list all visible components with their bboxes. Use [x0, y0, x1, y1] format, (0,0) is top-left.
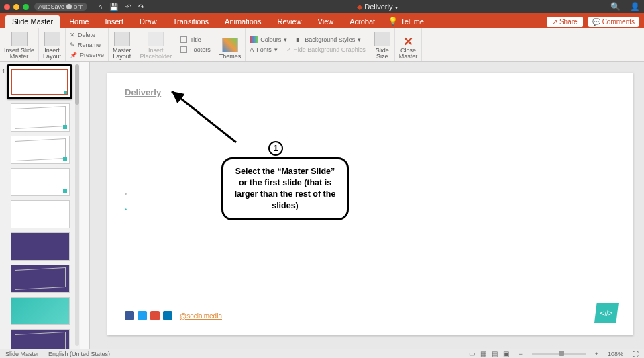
zoom-out-button[interactable]: −: [519, 351, 522, 357]
normal-view-icon[interactable]: ▭: [469, 350, 475, 357]
tab-draw[interactable]: Draw: [133, 15, 164, 28]
layout-thumbnail[interactable]: [11, 103, 70, 132]
home-icon[interactable]: ⌂: [98, 3, 103, 11]
window-titlebar: AutoSave OFF ⌂ 💾 ↶ ↷ ◆ Deliverly ▾ 🔍 👤: [0, 0, 644, 13]
slide-size-button[interactable]: Slide Size: [370, 28, 395, 61]
chevron-down-icon: ▾: [284, 36, 287, 43]
slide-thumbnails-panel: 1: [0, 62, 80, 349]
preserve-button[interactable]: 📌Preserve: [70, 50, 104, 60]
undo-icon[interactable]: ↶: [125, 3, 131, 11]
workspace: 1 Deliverly •• @socialmedia <: [0, 62, 644, 349]
layout-thumbnail[interactable]: [11, 329, 70, 349]
themes-button[interactable]: Themes: [215, 28, 246, 61]
placeholder-toggles: Title Footers: [176, 28, 215, 61]
slide-size-icon: [374, 32, 390, 46]
google-icon: [150, 311, 160, 320]
logo-mark: <#>: [594, 303, 619, 323]
layout-thumbnail[interactable]: [11, 200, 70, 228]
slide-master-icon: [11, 32, 28, 46]
slide-canvas[interactable]: Deliverly •• @socialmedia <#> 1 Select t…: [107, 73, 633, 335]
minimize-window-icon[interactable]: [13, 4, 19, 10]
zoom-in-button[interactable]: +: [595, 351, 598, 357]
delete-icon: ✕: [70, 32, 75, 38]
layout-thumbnail[interactable]: [11, 232, 70, 261]
view-buttons: ▭ ▦ ▤ ▣: [469, 350, 509, 357]
layout-thumbnail[interactable]: [11, 297, 70, 325]
document-title: ◆ Deliverly ▾: [150, 3, 605, 11]
redo-icon[interactable]: ↷: [138, 3, 144, 11]
tab-slide-master[interactable]: Slide Master: [5, 15, 60, 28]
tell-me-search[interactable]: 💡 Tell me: [388, 17, 424, 28]
footers-checkbox[interactable]: Footers: [180, 45, 211, 54]
tab-review[interactable]: Review: [270, 15, 308, 28]
tab-home[interactable]: Home: [62, 15, 95, 28]
sorter-view-icon[interactable]: ▦: [480, 350, 486, 357]
thumbnail-number: 1: [2, 68, 5, 75]
hide-bg-checkbox[interactable]: ✓ Hide Background Graphics: [286, 46, 366, 53]
layout-thumbnail[interactable]: [11, 136, 70, 164]
annotation-text: Select the “Master Slide” or the first s…: [221, 157, 349, 220]
master-layout-button[interactable]: Master Layout: [109, 28, 136, 61]
thumbnail-scrollbar[interactable]: [75, 64, 79, 346]
tab-acrobat[interactable]: Acrobat: [343, 15, 382, 28]
preserve-icon: 📌: [70, 52, 77, 58]
insert-layout-button[interactable]: Insert Layout: [39, 28, 66, 61]
maximize-window-icon[interactable]: [23, 4, 29, 10]
chevron-down-icon: ▾: [358, 36, 361, 43]
tab-insert[interactable]: Insert: [98, 15, 130, 28]
master-slide-thumbnail[interactable]: 1: [7, 64, 72, 99]
layout-thumbnail[interactable]: [11, 168, 70, 196]
layout-thumbnail[interactable]: [11, 265, 70, 293]
rename-icon: ✎: [70, 42, 75, 48]
save-icon[interactable]: 💾: [109, 3, 119, 11]
zoom-slider[interactable]: [532, 353, 586, 355]
delete-button[interactable]: ✕Delete: [70, 30, 95, 40]
annotation-number: 1: [268, 141, 283, 156]
search-icon[interactable]: 🔍: [610, 2, 621, 11]
share-button[interactable]: ↗Share: [547, 17, 583, 27]
slide-marker-icon: [64, 91, 68, 95]
close-master-button[interactable]: ✕ Close Master: [395, 28, 423, 61]
slide-footer: @socialmedia: [125, 311, 222, 320]
fonts-dropdown[interactable]: AFonts▾ ✓ Hide Background Graphics: [250, 45, 366, 54]
title-checkbox[interactable]: Title: [180, 35, 201, 44]
toggle-knob-icon: [66, 4, 72, 9]
close-icon: ✕: [403, 36, 413, 48]
social-handle: @socialmedia: [180, 312, 222, 320]
rename-button[interactable]: ✎Rename: [70, 40, 101, 50]
fonts-icon: A: [250, 46, 254, 53]
slide-canvas-area: Deliverly •• @socialmedia <#> 1 Select t…: [80, 62, 644, 349]
comment-icon: 💬: [592, 18, 600, 26]
autosave-toggle[interactable]: AutoSave OFF: [34, 3, 87, 11]
tab-transitions[interactable]: Transitions: [166, 15, 215, 28]
insert-slide-master-button[interactable]: Insert Slide Master: [0, 28, 39, 61]
bg-styles-icon: ◧: [296, 36, 302, 43]
slideshow-view-icon[interactable]: ▣: [503, 350, 509, 357]
svg-line-0: [172, 91, 236, 142]
close-window-icon[interactable]: [4, 4, 10, 10]
reading-view-icon[interactable]: ▤: [492, 350, 498, 357]
window-controls[interactable]: [4, 4, 29, 10]
status-language[interactable]: English (United States): [48, 351, 110, 357]
colours-dropdown[interactable]: Colours▾ ◧Background Styles▾: [250, 35, 361, 44]
edit-master-group: ✕Delete ✎Rename 📌Preserve: [66, 28, 109, 61]
placeholder-icon: [148, 32, 164, 46]
quick-access-toolbar: ⌂ 💾 ↶ ↷: [98, 3, 144, 11]
comments-button[interactable]: 💬Comments: [588, 17, 639, 27]
themes-icon: [222, 38, 238, 52]
checkbox-icon: [180, 36, 187, 43]
tab-view[interactable]: View: [311, 15, 341, 28]
twitter-icon: [138, 311, 147, 320]
arrow-line-icon: [169, 85, 263, 152]
zoom-level[interactable]: 108%: [608, 351, 623, 357]
brand-title: Deliverly: [125, 87, 161, 97]
tab-animations[interactable]: Animations: [218, 15, 268, 28]
fit-window-icon[interactable]: ⛶: [633, 351, 639, 357]
theme-options: Colours▾ ◧Background Styles▾ AFonts▾ ✓ H…: [246, 28, 370, 61]
ribbon: Insert Slide Master Insert Layout ✕Delet…: [0, 28, 644, 62]
user-icon[interactable]: 👤: [630, 2, 640, 11]
insert-placeholder-button[interactable]: Insert Placeholder: [136, 28, 177, 61]
master-layout-icon: [114, 32, 130, 46]
share-icon: ↗: [552, 18, 557, 26]
status-bar: Slide Master English (United States) ▭ ▦…: [0, 349, 644, 358]
